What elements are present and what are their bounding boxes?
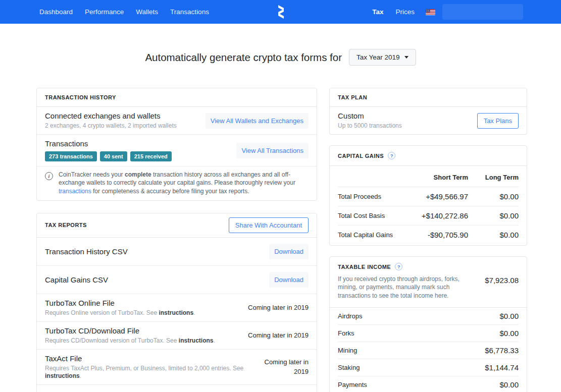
cointracker-logo-icon[interactable] (277, 5, 285, 19)
short-term-value: +$49,566.97 (397, 192, 468, 201)
taxable-income-title: TAXABLE INCOME (338, 264, 391, 270)
nav-wallets[interactable]: Wallets (130, 5, 164, 19)
table-row-total-capital-gains: Total Capital Gains -$90,705.90 $0.00 (338, 225, 519, 244)
report-title: TurboTax CD/Download File (45, 326, 215, 335)
navbar-left-links: Dashboard Performance Wallets Transactio… (0, 5, 215, 19)
main-content: TRANSACTION HISTORY Connected exchanges … (36, 88, 561, 392)
note-text: CoinTracker needs your complete transact… (59, 171, 309, 195)
report-title: Capital Gains CSV (45, 275, 108, 284)
report-title: Transaction History CSV (45, 247, 128, 256)
short-term-value: -$90,705.90 (397, 231, 468, 239)
instructions-link[interactable]: instructions (45, 372, 80, 379)
help-icon[interactable]: ? (395, 263, 402, 270)
report-row-capital-gains-csv: Capital Gains CSV Download (37, 266, 317, 294)
transactions-text: Transactions 273 transactions 40 sent 21… (45, 139, 172, 161)
coming-later-label: Coming later in 2019 (248, 331, 309, 339)
row-value: $1,144.74 (485, 363, 519, 372)
plan-subtitle: Up to 5000 transactions (338, 122, 402, 130)
navbar-search-box[interactable] (442, 4, 523, 20)
nav-prices[interactable]: Prices (389, 5, 421, 19)
list-item-airdrops: Airdrops $0.00 (338, 308, 519, 324)
list-item-forks: Forks $0.00 (338, 324, 519, 342)
list-item-mining: Mining $6,778.33 (338, 342, 519, 359)
download-button[interactable]: Download (269, 272, 309, 288)
coming-later-label: Coming later in 2019 (261, 357, 309, 377)
view-all-wallets-button[interactable]: View All Wallets and Exchanges (206, 113, 309, 129)
capital-gains-columns: Short Term Long Term (338, 166, 519, 187)
row-label: Airdrops (338, 312, 362, 320)
report-title: TurboTax Online File (45, 299, 195, 307)
tax-plan-card: TAX PLAN Custom Up to 5000 transactions … (329, 88, 527, 135)
row-value: $0.00 (499, 312, 519, 320)
tax-plan-header: TAX PLAN (330, 88, 527, 107)
capital-gains-table: Short Term Long Term Total Proceeds +$49… (330, 166, 527, 245)
taxable-income-description: If you received crypto through airdrops,… (338, 275, 473, 300)
instructions-link[interactable]: instructions (159, 309, 193, 316)
report-text: TurboTax Online File Requires Online ver… (45, 299, 195, 317)
instructions-link[interactable]: instructions (179, 337, 214, 344)
tax-reports-card: TAX REPORTS Share With Accountant Transa… (36, 213, 317, 392)
taxable-income-total: $7,923.08 (485, 276, 519, 285)
report-row-irs-8949: IRS Form 8949 Coming later in 2019 (37, 385, 317, 392)
info-icon: i (45, 172, 53, 180)
taxable-income-rows: Airdrops $0.00 Forks $0.00 Mining $6,778… (330, 308, 527, 392)
long-term-column-header: Long Term (468, 174, 519, 181)
capital-gains-header: CAPITAL GAINS ? (330, 146, 527, 166)
row-value: $0.00 (499, 380, 519, 389)
transaction-badges: 273 transactions 40 sent 215 received (45, 151, 172, 161)
note-part: CoinTracker needs your (59, 171, 125, 178)
connected-wallets-subtitle: 2 exchanges, 4 crypto wallets, 2 importe… (45, 122, 177, 130)
row-label: Total Cost Basis (338, 212, 397, 219)
nav-performance[interactable]: Performance (79, 5, 130, 19)
report-title: TaxAct File (45, 354, 252, 363)
subtitle-part: Requires TaxAct Plus, Premium, or Busine… (45, 365, 243, 372)
capital-gains-header-left: CAPITAL GAINS ? (338, 152, 395, 159)
tax-reports-title: TAX REPORTS (45, 222, 87, 228)
row-value: $0.00 (499, 329, 519, 338)
tax-reports-header: TAX REPORTS Share With Accountant (37, 213, 317, 238)
row-label: Staking (338, 364, 360, 371)
capital-gains-title: CAPITAL GAINS (338, 153, 384, 159)
navbar: Dashboard Performance Wallets Transactio… (0, 0, 561, 24)
tax-year-dropdown[interactable]: Tax Year 2019 (349, 49, 416, 66)
transaction-history-title: TRANSACTION HISTORY (45, 94, 116, 100)
transactions-row: Transactions 273 transactions 40 sent 21… (37, 135, 317, 166)
subtitle-part: . (213, 337, 215, 344)
subtitle-part: . (80, 372, 81, 379)
nav-transactions[interactable]: Transactions (164, 5, 215, 19)
taxable-income-summary: If you received crypto through airdrops,… (338, 275, 519, 300)
table-row-total-proceeds: Total Proceeds +$49,566.97 $0.00 (338, 187, 519, 206)
view-all-transactions-button[interactable]: View All Transactions (236, 143, 309, 158)
row-label: Forks (338, 329, 354, 337)
right-column: TAX PLAN Custom Up to 5000 transactions … (329, 88, 527, 392)
report-row-taxact: TaxAct File Requires TaxAct Plus, Premiu… (37, 350, 317, 385)
page-title: Automatically generate crypto tax forms … (145, 51, 342, 64)
hero: Automatically generate crypto tax forms … (0, 49, 561, 66)
short-term-column-header: Short Term (397, 174, 468, 181)
transactions-link[interactable]: transactions (59, 188, 91, 195)
transaction-history-header: TRANSACTION HISTORY (37, 88, 317, 107)
help-icon[interactable]: ? (388, 152, 395, 159)
taxable-income-title-row: TAXABLE INCOME ? (338, 263, 519, 270)
taxable-income-card: TAXABLE INCOME ? If you received crypto … (329, 256, 527, 392)
connected-wallets-text: Connected exchanges and wallets 2 exchan… (45, 111, 177, 130)
left-column: TRANSACTION HISTORY Connected exchanges … (36, 88, 317, 392)
tax-plans-button[interactable]: Tax Plans (477, 113, 519, 129)
report-subtitle: Requires CD/Download version of TurboTax… (45, 337, 215, 345)
row-label: Payments (338, 381, 367, 388)
nav-dashboard[interactable]: Dashboard (33, 5, 79, 19)
tax-plan-row: Custom Up to 5000 transactions Tax Plans (330, 107, 527, 134)
download-button[interactable]: Download (269, 244, 309, 259)
nav-tax[interactable]: Tax (366, 5, 389, 19)
row-label: Total Capital Gains (338, 231, 397, 239)
transactions-count-badge: 273 transactions (45, 151, 97, 161)
short-term-value: +$140,272.86 (397, 211, 468, 220)
us-flag-icon[interactable] (426, 9, 435, 15)
tax-year-dropdown-label: Tax Year 2019 (356, 53, 400, 61)
share-with-accountant-button[interactable]: Share With Accountant (229, 217, 309, 233)
subtitle-part: Requires CD/Download version of TurboTax… (45, 337, 179, 344)
report-text: TaxAct File Requires TaxAct Plus, Premiu… (45, 354, 252, 380)
report-row-turbotax-online: TurboTax Online File Requires Online ver… (37, 294, 317, 322)
connected-wallets-row: Connected exchanges and wallets 2 exchan… (37, 107, 317, 135)
note-bold: complete (125, 171, 151, 178)
